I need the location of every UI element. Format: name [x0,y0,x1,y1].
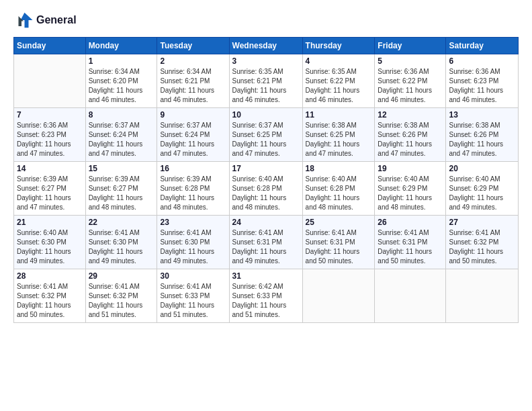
header-cell-saturday: Saturday [446,38,519,54]
day-number: 28 [17,271,83,281]
day-number: 27 [449,218,515,227]
day-number: 1 [89,56,154,66]
day-number: 10 [232,110,300,120]
header-cell-wednesday: Wednesday [229,38,302,54]
week-row-1: 1Sunrise: 6:34 AM Sunset: 6:20 PM Daylig… [14,54,519,108]
calendar-cell: 8Sunrise: 6:37 AM Sunset: 6:24 PM Daylig… [85,108,157,162]
day-number: 16 [160,164,226,173]
calendar-cell: 14Sunrise: 6:39 AM Sunset: 6:27 PM Dayli… [14,162,86,216]
cell-content: Sunrise: 6:39 AM Sunset: 6:28 PM Dayligh… [160,175,226,212]
calendar-cell: 15Sunrise: 6:39 AM Sunset: 6:27 PM Dayli… [85,162,157,216]
day-number: 24 [232,218,300,227]
calendar-cell: 21Sunrise: 6:40 AM Sunset: 6:30 PM Dayli… [14,216,86,269]
cell-content: Sunrise: 6:40 AM Sunset: 6:28 PM Dayligh… [306,175,372,212]
week-row-2: 7Sunrise: 6:36 AM Sunset: 6:23 PM Daylig… [14,108,519,162]
day-number: 22 [89,218,154,227]
calendar-cell: 4Sunrise: 6:35 AM Sunset: 6:22 PM Daylig… [302,54,375,108]
calendar-cell: 13Sunrise: 6:38 AM Sunset: 6:26 PM Dayli… [446,108,519,162]
cell-content: Sunrise: 6:40 AM Sunset: 6:29 PM Dayligh… [378,175,443,212]
calendar-cell [446,269,519,323]
week-row-5: 28Sunrise: 6:41 AM Sunset: 6:32 PM Dayli… [14,269,519,323]
calendar-cell: 12Sunrise: 6:38 AM Sunset: 6:26 PM Dayli… [375,108,446,162]
cell-content: Sunrise: 6:41 AM Sunset: 6:31 PM Dayligh… [232,228,300,266]
cell-content: Sunrise: 6:37 AM Sunset: 6:25 PM Dayligh… [232,121,300,158]
calendar-cell: 16Sunrise: 6:39 AM Sunset: 6:28 PM Dayli… [157,162,229,216]
cell-content: Sunrise: 6:42 AM Sunset: 6:33 PM Dayligh… [232,282,300,320]
calendar-cell: 2Sunrise: 6:34 AM Sunset: 6:21 PM Daylig… [157,54,229,108]
day-number: 31 [232,271,300,281]
day-number: 25 [306,218,372,227]
calendar-cell: 7Sunrise: 6:36 AM Sunset: 6:23 PM Daylig… [14,108,86,162]
header-cell-friday: Friday [375,38,446,54]
calendar-cell: 26Sunrise: 6:41 AM Sunset: 6:31 PM Dayli… [375,216,446,269]
day-number: 13 [449,110,515,120]
day-number: 4 [306,56,372,66]
cell-content: Sunrise: 6:41 AM Sunset: 6:32 PM Dayligh… [449,228,515,266]
header-cell-sunday: Sunday [14,38,86,54]
logo-icon [13,10,34,30]
calendar-cell: 29Sunrise: 6:41 AM Sunset: 6:32 PM Dayli… [85,269,157,323]
day-number: 6 [449,56,515,66]
day-number: 23 [160,218,226,227]
header-cell-monday: Monday [85,38,157,54]
calendar-cell: 22Sunrise: 6:41 AM Sunset: 6:30 PM Dayli… [85,216,157,269]
cell-content: Sunrise: 6:40 AM Sunset: 6:28 PM Dayligh… [232,175,300,212]
calendar-cell: 11Sunrise: 6:38 AM Sunset: 6:25 PM Dayli… [302,108,375,162]
cell-content: Sunrise: 6:36 AM Sunset: 6:23 PM Dayligh… [449,67,515,105]
day-number: 3 [232,56,300,66]
cell-content: Sunrise: 6:41 AM Sunset: 6:31 PM Dayligh… [378,228,443,266]
calendar-cell: 6Sunrise: 6:36 AM Sunset: 6:23 PM Daylig… [446,54,519,108]
day-number: 18 [306,164,372,173]
calendar-cell: 31Sunrise: 6:42 AM Sunset: 6:33 PM Dayli… [229,269,302,323]
cell-content: Sunrise: 6:41 AM Sunset: 6:31 PM Dayligh… [306,228,372,266]
calendar-cell: 17Sunrise: 6:40 AM Sunset: 6:28 PM Dayli… [229,162,302,216]
logo-text: General [36,13,77,26]
cell-content: Sunrise: 6:37 AM Sunset: 6:24 PM Dayligh… [89,121,154,158]
day-number: 30 [160,271,226,281]
day-number: 12 [378,110,443,120]
calendar-cell [14,54,86,108]
cell-content: Sunrise: 6:41 AM Sunset: 6:33 PM Dayligh… [160,282,226,320]
cell-content: Sunrise: 6:40 AM Sunset: 6:30 PM Dayligh… [17,228,83,266]
day-number: 15 [89,164,154,173]
day-number: 17 [232,164,300,173]
calendar-cell: 10Sunrise: 6:37 AM Sunset: 6:25 PM Dayli… [229,108,302,162]
week-row-4: 21Sunrise: 6:40 AM Sunset: 6:30 PM Dayli… [14,216,519,269]
calendar-cell: 25Sunrise: 6:41 AM Sunset: 6:31 PM Dayli… [302,216,375,269]
header-cell-tuesday: Tuesday [157,38,229,54]
cell-content: Sunrise: 6:39 AM Sunset: 6:27 PM Dayligh… [17,175,83,212]
cell-content: Sunrise: 6:41 AM Sunset: 6:30 PM Dayligh… [160,228,226,266]
cell-content: Sunrise: 6:34 AM Sunset: 6:20 PM Dayligh… [89,67,154,105]
calendar-cell: 28Sunrise: 6:41 AM Sunset: 6:32 PM Dayli… [14,269,86,323]
cell-content: Sunrise: 6:41 AM Sunset: 6:30 PM Dayligh… [89,228,154,266]
calendar-cell: 3Sunrise: 6:35 AM Sunset: 6:21 PM Daylig… [229,54,302,108]
day-number: 7 [17,110,83,120]
calendar-cell: 5Sunrise: 6:36 AM Sunset: 6:22 PM Daylig… [375,54,446,108]
day-number: 20 [449,164,515,173]
day-number: 19 [378,164,443,173]
day-number: 11 [306,110,372,120]
cell-content: Sunrise: 6:35 AM Sunset: 6:22 PM Dayligh… [306,67,372,105]
header-cell-thursday: Thursday [302,38,375,54]
calendar-cell: 30Sunrise: 6:41 AM Sunset: 6:33 PM Dayli… [157,269,229,323]
calendar-cell: 18Sunrise: 6:40 AM Sunset: 6:28 PM Dayli… [302,162,375,216]
day-number: 14 [17,164,83,173]
calendar-cell [375,269,446,323]
cell-content: Sunrise: 6:35 AM Sunset: 6:21 PM Dayligh… [232,67,300,105]
calendar-cell: 1Sunrise: 6:34 AM Sunset: 6:20 PM Daylig… [85,54,157,108]
calendar-table: SundayMondayTuesdayWednesdayThursdayFrid… [13,37,519,323]
cell-content: Sunrise: 6:34 AM Sunset: 6:21 PM Dayligh… [160,67,226,105]
calendar-cell: 24Sunrise: 6:41 AM Sunset: 6:31 PM Dayli… [229,216,302,269]
calendar-cell: 23Sunrise: 6:41 AM Sunset: 6:30 PM Dayli… [157,216,229,269]
day-number: 26 [378,218,443,227]
day-number: 2 [160,56,226,66]
cell-content: Sunrise: 6:41 AM Sunset: 6:32 PM Dayligh… [17,282,83,320]
cell-content: Sunrise: 6:41 AM Sunset: 6:32 PM Dayligh… [89,282,154,320]
cell-content: Sunrise: 6:36 AM Sunset: 6:22 PM Dayligh… [378,67,443,105]
day-number: 8 [89,110,154,120]
calendar-cell: 27Sunrise: 6:41 AM Sunset: 6:32 PM Dayli… [446,216,519,269]
calendar-cell: 19Sunrise: 6:40 AM Sunset: 6:29 PM Dayli… [375,162,446,216]
page: General SundayMondayTuesdayWednesdayThur… [0,0,532,330]
cell-content: Sunrise: 6:38 AM Sunset: 6:25 PM Dayligh… [306,121,372,158]
day-number: 9 [160,110,226,120]
